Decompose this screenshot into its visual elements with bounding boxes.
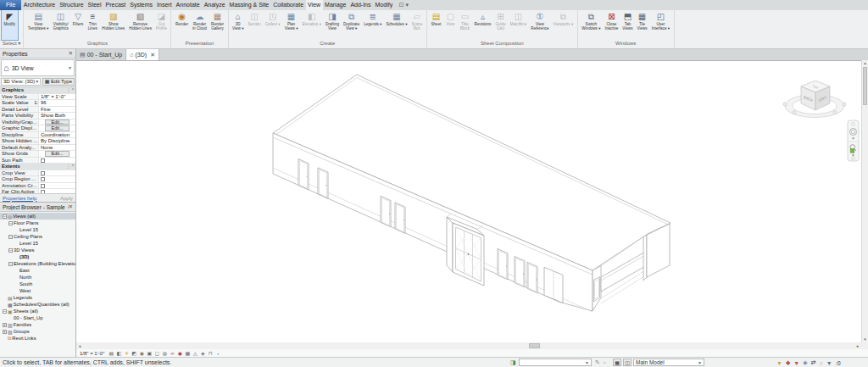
property-value[interactable]: Fine: [39, 107, 75, 113]
ribbon-tab-modify[interactable]: Modify: [373, 0, 395, 10]
browser-item-ceiling-plans[interactable]: –Ceiling Plans: [0, 233, 75, 240]
crop-region-icon[interactable]: ◻: [153, 350, 160, 357]
3d-model-view[interactable]: TOP BACK LEFT: [76, 61, 860, 342]
type-selector[interactable]: ⌂ 3D View ▼: [1, 59, 75, 76]
property-value[interactable]: Show Both: [39, 113, 75, 119]
design-options-icon[interactable]: ▦: [613, 359, 621, 366]
visual-style-icon[interactable]: ◧: [115, 350, 122, 357]
ribbon-button-thin-lines[interactable]: ≡ThinLines: [86, 10, 100, 40]
ribbon-button-view-reference[interactable]: ①ViewReference: [529, 10, 551, 40]
ribbon-button-render-in-cloud[interactable]: ☁Renderin Cloud: [191, 10, 209, 40]
ribbon-button-sheet[interactable]: ▤Sheet: [429, 10, 443, 40]
browser-item-west[interactable]: West: [0, 287, 75, 294]
ribbon-button-scope-box[interactable]: ▱ScopeBox: [409, 10, 425, 40]
close-icon[interactable]: ✕: [150, 52, 155, 58]
design-option-combo[interactable]: Main Model ▼: [633, 359, 704, 366]
drag-elements-icon[interactable]: ○: [820, 360, 823, 366]
browser-item-legends[interactable]: ▤Legends: [0, 294, 75, 301]
collapse-icon[interactable]: ‹: [214, 350, 221, 357]
browser-item-00-start-up[interactable]: 00 - Start_Up: [0, 314, 75, 321]
ribbon-button-visibility-graphics[interactable]: ◫Visibility/Graphics: [51, 10, 70, 40]
scroll-down-icon[interactable]: ▾: [862, 336, 868, 342]
review-warnings-icon[interactable]: ◆: [786, 359, 790, 366]
checkbox[interactable]: [41, 184, 45, 188]
ribbon-tab-analyze[interactable]: Analyze: [202, 0, 227, 10]
properties-close-icon[interactable]: ✕: [69, 50, 73, 57]
ribbon-button-title-block[interactable]: ▭TitleBlock: [458, 10, 472, 40]
expand-icon[interactable]: +: [3, 323, 7, 327]
ribbon-button-revisions[interactable]: ▵Revisions: [472, 10, 493, 40]
scroll-left-icon[interactable]: ◂: [76, 342, 83, 349]
ribbon-tab-annotate[interactable]: Annotate: [174, 0, 202, 10]
ribbon-button-filters[interactable]: ▽Filters: [70, 10, 86, 40]
project-browser-close-icon[interactable]: ✕: [69, 203, 73, 210]
vertical-scroll-thumb[interactable]: [863, 67, 867, 105]
ribbon-button-3d-view[interactable]: ⌂3DView ▾: [231, 10, 246, 40]
active-workset-combo[interactable]: ▼: [519, 359, 592, 366]
ribbon-button-render[interactable]: ◉Render: [173, 10, 190, 40]
ribbon-tab-manage[interactable]: Manage: [323, 0, 348, 10]
property-value[interactable]: [39, 170, 75, 176]
apply-button[interactable]: Apply: [60, 196, 73, 201]
ribbon-tab-view[interactable]: View: [306, 0, 323, 10]
browser-item-groups[interactable]: +▧Groups: [0, 328, 75, 335]
ribbon-display-toggle[interactable]: ⊡ ▾: [399, 0, 409, 10]
detail-level-icon[interactable]: ▤: [108, 350, 114, 357]
ribbon-tab-architecture[interactable]: Architecture: [21, 0, 57, 10]
scroll-right-icon[interactable]: ▸: [854, 342, 861, 349]
locked-view-icon[interactable]: ◍: [161, 350, 168, 357]
ribbon-button-modify[interactable]: ◤Modify: [2, 10, 18, 40]
browser-item-east[interactable]: East: [0, 267, 75, 274]
design-options-pick-icon[interactable]: ◫: [623, 359, 632, 366]
analytical-model-icon[interactable]: ◬: [192, 350, 198, 357]
view-tab-3d[interactable]: ⌂(3D)✕: [126, 49, 159, 60]
property-value[interactable]: By Discipline: [39, 138, 75, 144]
browser-item-3d-views[interactable]: –3D Views: [0, 247, 75, 253]
ribbon-button-guide-grid[interactable]: ⊞GuideGrid: [493, 10, 508, 40]
reveal-constraints-icon[interactable]: ⊓: [207, 350, 214, 357]
view-tab-00-start-up[interactable]: ▤00 - Start_Up: [76, 49, 126, 60]
ribbon-button-close-inactive[interactable]: ⊠CloseInactive: [603, 10, 620, 40]
browser-item-north[interactable]: North: [0, 274, 75, 281]
worksets-icon[interactable]: ◨: [510, 359, 516, 366]
drawing-canvas[interactable]: TOP BACK LEFT: [76, 60, 861, 342]
properties-help-link[interactable]: Properties help: [3, 196, 36, 201]
edit-button[interactable]: Edit...: [45, 125, 69, 131]
ribbon-tab-steel[interactable]: Steel: [86, 0, 103, 10]
ribbon-button-viewports[interactable]: ⧉Viewports ▾: [551, 10, 576, 40]
browser-item-level-15[interactable]: Level 15: [0, 226, 75, 233]
browser-item-south[interactable]: South: [0, 281, 75, 287]
ribbon-button-section[interactable]: ◫Section: [246, 10, 263, 40]
scroll-up-icon[interactable]: ▴: [862, 60, 868, 66]
navigation-bar[interactable]: [848, 120, 859, 161]
ribbon-button-matchline[interactable]: ◫Matchline: [508, 10, 529, 40]
expand-icon[interactable]: +: [3, 330, 7, 334]
property-value[interactable]: 96: [39, 100, 75, 106]
collapse-icon[interactable]: –: [3, 214, 7, 219]
browser-item-views-all[interactable]: –◎Views (all): [0, 213, 75, 220]
property-value[interactable]: Edit...: [39, 151, 75, 157]
checkbox[interactable]: [41, 158, 45, 163]
shadows-icon[interactable]: ◩: [131, 350, 137, 357]
vertical-scrollbar[interactable]: ▴ ▾: [861, 60, 868, 342]
view-scale-button[interactable]: 1/8" = 1'-0": [80, 351, 104, 356]
ribbon-button-callout[interactable]: ◳Callout ▾: [263, 10, 282, 40]
browser-item-families[interactable]: +▥Families: [0, 321, 75, 328]
collapse-icon[interactable]: –: [8, 235, 13, 239]
property-value[interactable]: None: [39, 145, 75, 151]
properties-section-header[interactable]: Extents⋮ ^: [0, 164, 75, 170]
filter-icon[interactable]: ▼: [826, 360, 832, 366]
ribbon-button-show-hidden-lines[interactable]: ▨ShowHidden Lines: [100, 10, 127, 40]
browser-item-sheets-all[interactable]: –▣Sheets (all): [0, 308, 75, 314]
ribbon-button-tile-views[interactable]: ▦TileViews: [635, 10, 649, 40]
collapse-icon[interactable]: –: [8, 248, 13, 253]
ribbon-button-switch-windows[interactable]: ⧉SwitchWindows ▾: [580, 10, 603, 40]
browser-item-3d[interactable]: (3D): [0, 253, 75, 260]
rendering-dialog-icon[interactable]: ◉: [138, 350, 145, 357]
properties-section-header[interactable]: Graphics⋮ ^: [0, 87, 75, 94]
property-value[interactable]: 1/8" = 1'-0": [39, 94, 75, 100]
crop-view-icon[interactable]: ▣: [146, 350, 153, 357]
ribbon-button-view[interactable]: ▢View: [443, 10, 458, 40]
ribbon-button-user-interface[interactable]: ◰UserInterface ▾: [649, 10, 671, 40]
select-toggle-icon[interactable]: ⇄: [811, 359, 816, 366]
